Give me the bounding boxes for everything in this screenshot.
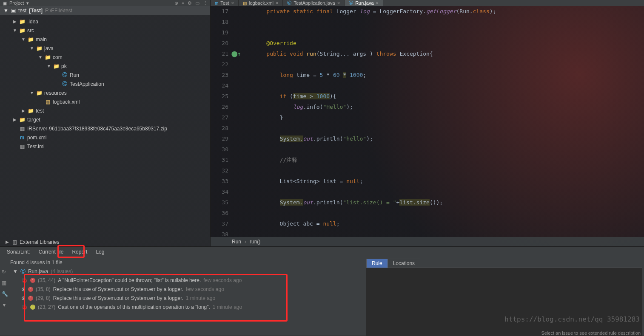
class-run[interactable]: ⒸRun xyxy=(0,71,210,79)
hide-icon[interactable]: ▭ xyxy=(195,0,199,6)
file-pom[interactable]: mpom.xml xyxy=(0,133,210,142)
code-line[interactable]: long time = 5 * 60 * 1000; xyxy=(253,70,496,80)
folder-java[interactable]: ▼📁java xyxy=(0,44,210,53)
issue-row-1[interactable]: ⊛ˆ(35, 8)Replace this use of System.out … xyxy=(13,285,363,294)
code-area[interactable]: 1718192021222324252627282930313233343536… xyxy=(211,6,644,237)
project-tree[interactable]: ▶📁.idea▼📁src▼📁main▼📁java▼📁com▼📁pkⒸRunⒸTe… xyxy=(0,15,210,237)
code-line[interactable]: Object abc = null; xyxy=(253,218,496,229)
close-icon[interactable]: × xyxy=(276,0,278,6)
line-number: 37 xyxy=(211,218,228,229)
folder-idea[interactable]: ▶📁.idea xyxy=(0,17,210,26)
close-icon[interactable]: × xyxy=(231,0,234,6)
collapse-icon[interactable]: ⊕ xyxy=(174,0,178,6)
tab-label: Run.java xyxy=(355,0,373,6)
line-number: 36 xyxy=(211,208,228,218)
code-line[interactable]: //注释 xyxy=(253,155,496,165)
issue-message: Replace this use of System.out or System… xyxy=(53,295,183,301)
editor-crumbbar[interactable]: Run › run() xyxy=(211,237,644,246)
sonarlint-tab-log[interactable]: Log xyxy=(91,248,108,256)
sonarlint-toolbar: ↻ ▥ 🔧 ▼ xyxy=(2,269,8,308)
chevron-right-icon: › xyxy=(245,239,246,245)
libraries-icon: ▥ xyxy=(11,239,17,245)
folder-target[interactable]: ▶📁target xyxy=(0,115,210,124)
code-line[interactable]: if (time > 1000){ xyxy=(253,91,496,102)
code-line[interactable] xyxy=(253,80,496,91)
code-line[interactable] xyxy=(253,27,496,38)
code-line[interactable]: private static final Logger log = Logger… xyxy=(253,6,496,17)
editor-tab-3[interactable]: ⒸRun.java× xyxy=(345,0,383,6)
detail-tab-locations[interactable]: Locations xyxy=(388,259,420,268)
folder-test[interactable]: ▶📁test xyxy=(0,106,210,115)
tree-node-icon: 📁 xyxy=(36,90,42,96)
issue-row-0[interactable]: 🐞ˆ(35, 44)A "NullPointerException" could… xyxy=(13,276,363,285)
expand-icon[interactable]: ▥ xyxy=(2,280,8,286)
override-gutter-icon[interactable]: ⬤↑ xyxy=(231,48,241,59)
editor-tab-1[interactable]: ▧logback.xml× xyxy=(239,0,283,6)
line-number: 18 xyxy=(211,17,228,27)
more-icon[interactable]: ⋮ xyxy=(203,0,208,6)
locate-icon[interactable]: ⌖ xyxy=(182,0,184,6)
line-number: 33 xyxy=(211,176,228,186)
folder-main[interactable]: ▼📁main xyxy=(0,35,210,44)
folder-com[interactable]: ▼📁com xyxy=(0,53,210,62)
file-zip[interactable]: ▥IRServer-9611baa37f318938fe08c475aa3e3e… xyxy=(0,124,210,133)
code-line[interactable] xyxy=(253,17,496,27)
code-line[interactable]: @Override xyxy=(253,38,496,48)
external-libraries[interactable]: ▶ ▥ External Libraries xyxy=(0,237,210,246)
wrench-icon[interactable]: 🔧 xyxy=(2,291,8,297)
code-line[interactable]: } xyxy=(253,112,496,123)
filter-icon[interactable]: ▼ xyxy=(2,302,8,308)
code-line[interactable]: System.out.println("list.size() = "+list… xyxy=(253,197,496,208)
refresh-icon[interactable]: ↻ xyxy=(2,269,8,275)
close-icon[interactable]: × xyxy=(376,0,379,6)
editor-tab-0[interactable]: mTest× xyxy=(211,0,239,6)
crumb-method[interactable]: run() xyxy=(250,239,260,245)
file-iml[interactable]: ▥Test.iml xyxy=(0,142,210,151)
file-logback[interactable]: ▧logback.xml xyxy=(0,97,210,106)
code-line[interactable] xyxy=(253,208,496,218)
issue-type-icon: 🐞 xyxy=(21,304,28,310)
project-breadcrumb[interactable]: ▼ ▣ test [Test] F:\EFile\test xyxy=(0,6,210,15)
code-line[interactable] xyxy=(253,165,496,176)
code-line[interactable] xyxy=(253,186,496,197)
folder-src[interactable]: ▼📁src xyxy=(0,26,210,35)
tree-node-label: pk xyxy=(61,63,67,69)
issue-age: few seconds ago xyxy=(203,277,242,283)
sonarlint-tab-report[interactable]: Report xyxy=(68,248,91,256)
line-number: 29 xyxy=(211,133,228,144)
tree-node-label: IRServer-9611baa37f318938fe08c475aa3e3ec… xyxy=(27,126,167,132)
sonarlint-issues: ↻ ▥ 🔧 ▼ Found 4 issues in 1 file ▼ Ⓒ Run… xyxy=(0,257,366,336)
editor-tab-2[interactable]: ⒸTestApplication.java× xyxy=(283,0,345,6)
folder-pk[interactable]: ▼📁pk xyxy=(0,62,210,71)
editor-tabbar[interactable]: mTest×▧logback.xml×ⒸTestApplication.java… xyxy=(211,0,644,6)
issue-message: A "NullPointerException" could be thrown… xyxy=(58,277,201,283)
tree-arrow-icon: ▼ xyxy=(21,37,26,42)
crumb-class[interactable]: Run xyxy=(232,239,241,245)
tree-node-icon: 📁 xyxy=(19,19,25,25)
tree-node-label: .idea xyxy=(27,19,38,25)
tree-arrow-icon: ▼ xyxy=(30,90,34,95)
sonarlint-tabbar[interactable]: SonarLint: Current file Report Log xyxy=(0,247,644,257)
tree-node-icon: 📁 xyxy=(53,63,59,69)
issue-file-row[interactable]: ▼ Ⓒ Run.java (4 issues) xyxy=(13,267,363,276)
issue-row-3[interactable]: 🐞ˇ(23, 27)Cast one of the operands of th… xyxy=(13,302,363,311)
code-line[interactable] xyxy=(253,123,496,133)
code-line[interactable]: public void run(String... args ) throws … xyxy=(253,48,496,59)
code-line[interactable]: log.info("Hello"); xyxy=(253,102,496,112)
close-icon[interactable]: × xyxy=(337,0,340,6)
code-line[interactable]: List<String> list = null; xyxy=(253,176,496,186)
dropdown-icon[interactable]: ▾ xyxy=(26,0,29,6)
class-testapplication[interactable]: ⒸTestApplication xyxy=(0,79,210,88)
settings-icon[interactable]: ⚙ xyxy=(188,0,192,6)
detail-tab-rule[interactable]: Rule xyxy=(366,259,388,268)
sonarlint-tab-currentfile[interactable]: Current file xyxy=(34,248,68,256)
chevron-down-icon: ▼ xyxy=(3,8,9,14)
code-line[interactable]: System.out.println("hello"); xyxy=(253,133,496,144)
code-line[interactable] xyxy=(253,59,496,70)
folder-resources[interactable]: ▼📁resources xyxy=(0,88,210,97)
project-icon: ▣ xyxy=(3,0,7,6)
code-content[interactable]: private static final Logger log = Logger… xyxy=(240,6,496,237)
code-line[interactable] xyxy=(253,229,496,237)
code-line[interactable] xyxy=(253,144,496,155)
issue-row-2[interactable]: ⊛ˆ(29, 8)Replace this use of System.out … xyxy=(13,294,363,302)
